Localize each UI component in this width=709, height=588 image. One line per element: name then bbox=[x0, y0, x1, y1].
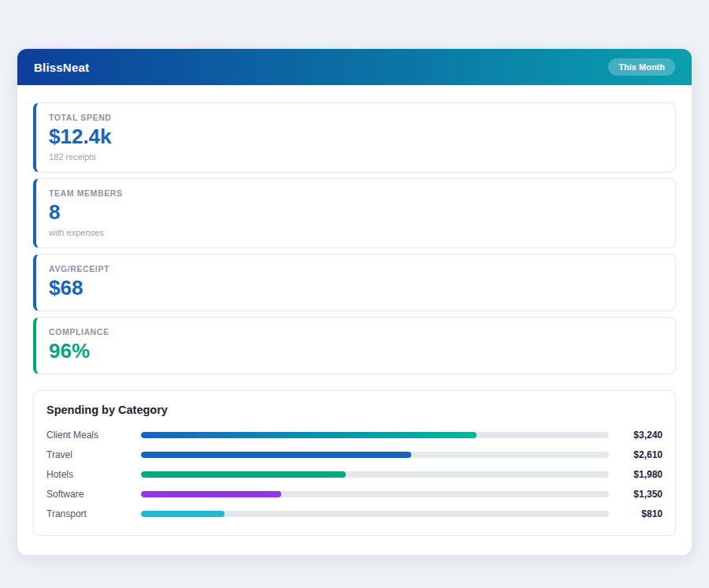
stat-card-compliance: COMPLIANCE 96% bbox=[33, 317, 676, 374]
category-row-client-meals: Client Meals $3,240 bbox=[46, 426, 663, 445]
period-badge[interactable]: This Month bbox=[608, 58, 675, 76]
category-label: Transport bbox=[46, 508, 141, 519]
category-row-hotels: Hotels $1,980 bbox=[46, 465, 663, 485]
spending-chart-card: Spending by Category Client Meals $3,240… bbox=[33, 390, 676, 536]
category-value: $1,980 bbox=[609, 469, 663, 480]
category-value: $810 bbox=[609, 508, 663, 519]
category-value: $2,610 bbox=[609, 449, 663, 460]
category-bar-fill bbox=[141, 491, 281, 497]
category-value: $3,240 bbox=[609, 430, 663, 441]
category-label: Travel bbox=[46, 449, 141, 460]
dashboard-card: BlissNeat This Month TOTAL SPEND $12.4k … bbox=[17, 49, 692, 555]
stat-label: TEAM MEMBERS bbox=[49, 188, 663, 198]
stat-label: AVG/RECEIPT bbox=[49, 264, 663, 274]
stat-value: $68 bbox=[49, 277, 663, 300]
stat-label: COMPLIANCE bbox=[49, 327, 663, 337]
app-header: BlissNeat This Month bbox=[17, 49, 692, 85]
stat-sub: with expenses bbox=[49, 228, 663, 237]
stat-label: TOTAL SPEND bbox=[49, 113, 663, 122]
category-value: $1,350 bbox=[609, 489, 663, 500]
stat-card-total-spend: TOTAL SPEND $12.4k 182 receipts bbox=[33, 102, 676, 173]
app-title: BlissNeat bbox=[34, 61, 89, 74]
stat-card-team-members: TEAM MEMBERS 8 with expenses bbox=[33, 178, 676, 248]
category-bar-track bbox=[141, 452, 609, 458]
category-bar-fill bbox=[141, 511, 225, 517]
stat-value: 8 bbox=[49, 201, 663, 225]
category-bar-fill bbox=[141, 452, 411, 458]
category-row-software: Software $1,350 bbox=[46, 485, 663, 504]
category-bar-track bbox=[141, 511, 609, 517]
chart-title: Spending by Category bbox=[46, 404, 663, 416]
category-row-transport: Transport $810 bbox=[46, 504, 663, 524]
category-bar-track bbox=[141, 432, 609, 438]
category-label: Hotels bbox=[46, 469, 141, 480]
category-row-travel: Travel $2,610 bbox=[46, 445, 663, 465]
stat-value: 96% bbox=[49, 340, 663, 363]
category-label: Client Meals bbox=[46, 430, 141, 441]
category-bar-track bbox=[141, 471, 609, 478]
stat-card-avg-receipt: AVG/RECEIPT $68 bbox=[33, 254, 676, 311]
category-bar-fill bbox=[141, 432, 477, 438]
stat-value: $12.4k bbox=[49, 125, 663, 149]
category-bar-chart: Client Meals $3,240 Travel $2,610 Hotels bbox=[46, 426, 663, 524]
category-bar-track bbox=[141, 491, 609, 497]
stats-list: TOTAL SPEND $12.4k 182 receipts TEAM MEM… bbox=[33, 102, 676, 374]
stat-sub: 182 receipts bbox=[49, 152, 663, 162]
category-bar-fill bbox=[141, 471, 346, 478]
category-label: Software bbox=[46, 489, 141, 500]
dashboard-content: TOTAL SPEND $12.4k 182 receipts TEAM MEM… bbox=[17, 85, 692, 555]
